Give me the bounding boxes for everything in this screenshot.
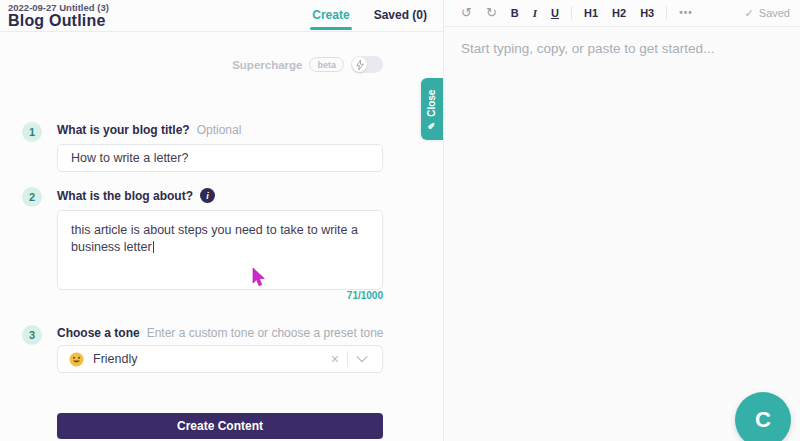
- editor-content[interactable]: Start typing, copy, or paste to get star…: [444, 27, 800, 70]
- create-content-button[interactable]: Create Content: [57, 413, 383, 439]
- char-counter: 71/1000: [347, 290, 383, 301]
- tone-label: Friendly: [93, 346, 137, 372]
- editor-panel: ↺ ↻ B I U H1 H2 H3 ••• ✓ Saved Start typ…: [443, 0, 800, 441]
- undo-icon[interactable]: ↺: [454, 0, 479, 26]
- step-3-question-row: Choose a tone Enter a custom tone or cho…: [57, 326, 384, 340]
- step-3-badge: 3: [22, 325, 42, 345]
- chevron-down-icon[interactable]: [356, 350, 367, 361]
- step-2-badge: 2: [22, 187, 42, 207]
- h2-button[interactable]: H2: [605, 0, 633, 26]
- underline-button[interactable]: U: [544, 0, 566, 26]
- redo-icon[interactable]: ↻: [479, 0, 504, 26]
- tab-create[interactable]: Create: [300, 0, 361, 32]
- toggle-knob: [352, 57, 367, 72]
- editor-placeholder: Start typing, copy, or paste to get star…: [461, 41, 783, 56]
- select-divider: [347, 351, 348, 367]
- form-area: Supercharge beta 1 What is your blog tit…: [0, 32, 443, 440]
- toolbar-divider: [571, 6, 572, 20]
- step-3-hint: Enter a custom tone or choose a preset t…: [147, 326, 384, 340]
- blog-about-value: this article is about steps you need to …: [71, 223, 358, 254]
- h3-button[interactable]: H3: [633, 0, 661, 26]
- page-title: Blog Outline: [8, 12, 106, 30]
- blog-title-input[interactable]: How to write a letter?: [57, 144, 383, 172]
- supercharge-label: Supercharge: [232, 59, 302, 71]
- beta-badge: beta: [309, 57, 344, 72]
- tab-bar: Create Saved (0): [300, 0, 439, 32]
- step-1-question: What is your blog title?: [57, 123, 190, 137]
- more-options-icon[interactable]: •••: [672, 0, 700, 26]
- step-3-question: Choose a tone: [57, 326, 140, 340]
- left-header: 2022-09-27 Untitled (3) Blog Outline Cre…: [0, 0, 443, 32]
- step-2-question: What is the blog about?: [57, 189, 193, 203]
- blog-title-value: How to write a letter?: [71, 151, 188, 165]
- smiley-icon: [69, 352, 84, 367]
- brand-fab-button[interactable]: C: [735, 392, 791, 441]
- editor-toolbar: ↺ ↻ B I U H1 H2 H3 ••• ✓ Saved: [444, 0, 800, 27]
- italic-button[interactable]: I: [526, 0, 544, 26]
- clear-tone-icon[interactable]: ×: [323, 346, 347, 372]
- h1-button[interactable]: H1: [577, 0, 605, 26]
- saved-status: ✓ Saved: [745, 7, 790, 20]
- step-1-badge: 1: [22, 122, 42, 142]
- bold-button[interactable]: B: [504, 0, 526, 26]
- pencil-icon: ✎: [427, 121, 437, 129]
- saved-status-label: Saved: [759, 7, 790, 19]
- blog-about-textarea[interactable]: this article is about steps you need to …: [57, 210, 383, 290]
- supercharge-row: Supercharge beta: [232, 56, 383, 73]
- text-caret: [153, 241, 154, 253]
- step-1-question-row: What is your blog title? Optional: [57, 123, 241, 137]
- close-panel-button[interactable]: ✎ Close: [421, 78, 443, 140]
- lightning-icon: [356, 60, 364, 70]
- toolbar-divider: [666, 6, 667, 20]
- check-icon: ✓: [745, 7, 754, 20]
- close-tab-inner: ✎ Close: [427, 89, 438, 129]
- tab-saved[interactable]: Saved (0): [362, 0, 439, 32]
- step-1-optional: Optional: [197, 123, 242, 137]
- info-icon[interactable]: i: [200, 188, 215, 203]
- close-tab-label: Close: [427, 89, 438, 116]
- tone-select[interactable]: Friendly ×: [57, 345, 383, 373]
- supercharge-toggle[interactable]: [351, 56, 383, 73]
- create-panel: 2022-09-27 Untitled (3) Blog Outline Cre…: [0, 0, 443, 441]
- tone-value: Friendly: [69, 346, 323, 372]
- step-2-question-row: What is the blog about? i: [57, 188, 215, 203]
